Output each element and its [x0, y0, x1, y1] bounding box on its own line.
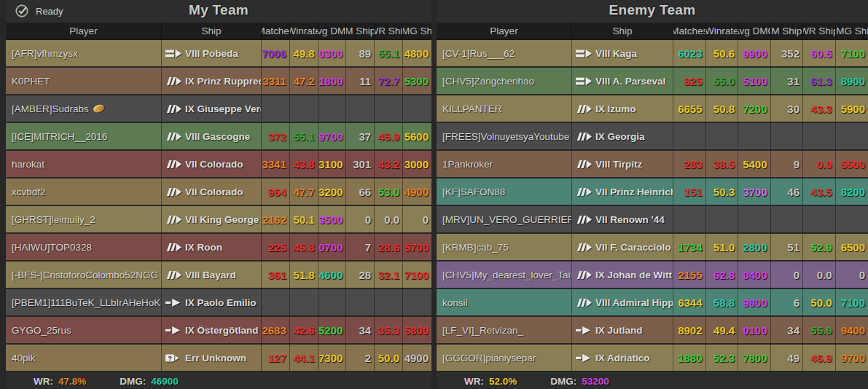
stat-winrate: 43.8: [290, 151, 318, 177]
stat-wr-ship: 50.0: [803, 289, 836, 315]
column-header-ship[interactable]: Ship: [572, 23, 673, 39]
stat-wr-ship: 53.0: [375, 178, 403, 205]
player-cell: GYGO_25rus: [6, 317, 162, 343]
player-cell: [KRMB]cab_75: [437, 234, 572, 260]
ship-cell: IX Giuseppe Verdi: [162, 95, 262, 122]
player-name: GYGO_25rus: [12, 325, 71, 336]
ship-cell: IX Östergötland: [162, 317, 262, 343]
stat-avg-dmg: 9900: [738, 40, 771, 66]
table-row[interactable]: 40pik ? Err Unknown 127 44.1 7300 2 50.0…: [6, 345, 431, 372]
stat-matches-ship: 31: [771, 68, 804, 94]
stat-dmg-ship: 5600: [403, 123, 431, 149]
ship-name: IX Östergötland: [185, 325, 259, 336]
column-header-wr-ship[interactable]: WR Ship: [375, 23, 403, 39]
stat-dmg-ship: 5900: [836, 95, 868, 122]
player-cell: 1Pankroker: [437, 151, 572, 177]
table-row[interactable]: [AFR]vfhmzysx VIII Pobeda 7006 49.8 0300…: [6, 40, 431, 68]
stat-matches-ship: 0: [346, 206, 375, 232]
stat-matches-ship: [346, 95, 375, 122]
column-header-player[interactable]: Player: [437, 23, 572, 39]
column-header-player[interactable]: Player: [6, 23, 162, 39]
cruiser-icon: [576, 299, 592, 307]
stat-matches-ship: [771, 123, 804, 149]
player-cell: [CV-1]Rus___62: [437, 40, 572, 66]
stat-avg-dmg: [738, 123, 771, 149]
table-row[interactable]: harokat VII Colorado 3341 43.8 3100 301 …: [6, 151, 431, 178]
column-header-dmg-ship[interactable]: DMG Ship: [836, 23, 868, 39]
stat-wr-ship: 43.5: [803, 178, 836, 205]
stat-avg-dmg: 1800: [318, 68, 347, 94]
stat-wr-ship: 61.3: [803, 68, 836, 94]
table-row[interactable]: [-BFS-]CristoforoColombo52NGG VIII Bayar…: [6, 262, 431, 289]
stat-winrate: [290, 289, 318, 315]
stat-dmg-ship: 7100: [836, 289, 868, 315]
stat-avg-dmg: 3700: [738, 178, 771, 205]
ship-name: VII Renown '44: [595, 214, 665, 225]
column-header-winrate[interactable]: Winrate: [290, 23, 318, 39]
table-row[interactable]: KILLPANTER IX Izumo 6655 50.8 7200 30 43…: [437, 95, 868, 123]
column-header-matches[interactable]: Matches: [262, 23, 290, 39]
table-row[interactable]: [HAIWU]TOP0328 IX Roon 225 45.8 0700 7 2…: [6, 234, 431, 262]
stat-avg-dmg: 5400: [738, 151, 771, 177]
column-header-m-ship[interactable]: M Ship: [346, 23, 375, 39]
player-cell: [KF]SAFON88: [437, 178, 572, 205]
battleship-icon: [165, 216, 181, 224]
destroyer-icon: [165, 326, 181, 334]
battleship-icon: [576, 160, 592, 168]
column-header-ship[interactable]: Ship: [162, 23, 262, 39]
column-header-dmg-ship[interactable]: DMG Ship: [403, 23, 431, 39]
unknown-ship-icon: ?: [165, 354, 181, 362]
stat-wr-ship: 52.9: [803, 234, 836, 260]
stat-dmg-ship: [836, 206, 868, 232]
table-row[interactable]: [FREES]VolnuyetsyaYoutube IX Georgia: [437, 123, 868, 151]
stat-dmg-ship: 9400: [836, 317, 868, 343]
table-row[interactable]: xcvbdf2 VII Colorado 964 47.7 3200 66 53…: [6, 178, 431, 206]
table-row[interactable]: [CV-1]Rus___62 VIII Kaga 6023 50.6 9900 …: [437, 40, 868, 68]
table-row[interactable]: konsil VIII Admiral Hipper 6344 58.8 980…: [437, 289, 868, 317]
stat-winrate: 49.8: [290, 40, 318, 66]
stat-matches: 127: [262, 345, 290, 371]
table-row[interactable]: GYGO_25rus IX Östergötland 2683 42.6 520…: [6, 317, 431, 345]
table-row[interactable]: [CHV5]Zangchenhao VIII A. Parseval 825 5…: [437, 68, 868, 95]
table-row[interactable]: [LF_VI]_Retvizan_ IX Jutland 8902 49.4 0…: [437, 317, 868, 345]
stat-matches: 6344: [673, 289, 706, 315]
column-header-avg-dmg[interactable]: Avg DMG: [318, 23, 347, 39]
table-row[interactable]: [GGGOR]pianiysepar IX Adriatico 1880 52.…: [437, 345, 868, 372]
stat-winrate: 45.8: [290, 234, 318, 260]
table-row[interactable]: 1Pankroker VIII Tirpitz 283 38.5 5400 9 …: [437, 151, 868, 178]
table-row[interactable]: [KRMB]cab_75 VII F. Caracciolo 1734 51.0…: [437, 234, 868, 262]
player-cell: [CHV5]My_dearest_lover_Taiho: [437, 262, 572, 288]
stat-dmg-ship: 0: [403, 206, 431, 232]
column-header-matches[interactable]: Matches: [673, 23, 706, 39]
column-header-wr-ship[interactable]: WR Ship: [803, 23, 836, 39]
ship-name: VII Colorado: [185, 186, 243, 197]
my-team-panel: Ready My Team Player Ship Matches Winrat…: [6, 0, 431, 389]
ship-name: VII King George V: [185, 214, 262, 225]
ship-cell: IX Izumo: [572, 95, 673, 122]
team-footer: WR: 47.8% DMG: 46900: [6, 372, 431, 389]
column-header-m-ship[interactable]: M Ship: [771, 23, 804, 39]
ship-name: Err Unknown: [185, 353, 246, 364]
stat-avg-dmg: 7200: [738, 95, 771, 122]
ship-cell: IX Roon: [162, 234, 262, 260]
table-row[interactable]: [MRV]UN_VERO_GUERRIERO VII Renown '44: [437, 206, 868, 234]
column-header-winrate[interactable]: Winrate: [706, 23, 739, 39]
column-header-avg-dmg[interactable]: Avg DMG: [738, 23, 771, 39]
stat-matches: [262, 95, 290, 122]
table-row[interactable]: K0PHET IX Prinz Rupprecht 3311 47.2 1800…: [6, 68, 431, 95]
stat-wr-ship: 72.7: [375, 68, 403, 94]
table-row[interactable]: [CHV5]My_dearest_lover_Taiho IX Johan de…: [437, 262, 868, 289]
table-row[interactable]: [PBEM1]111BuTeK_LLbIrAHeHoK111 IX Paolo …: [6, 289, 431, 317]
stat-matches-ship: 66: [346, 178, 375, 205]
stat-matches-ship: 34: [346, 317, 375, 343]
ship-cell: VIII Bayard: [162, 262, 262, 288]
player-name: K0PHET: [12, 76, 50, 87]
table-row[interactable]: [GHRST]leimuily_2 VII King George V 2162…: [6, 206, 431, 234]
player-cell: KILLPANTER: [437, 95, 572, 122]
table-row[interactable]: [ICE]MITRICH__2016 VIII Gascogne 372 55.…: [6, 123, 431, 151]
player-name: [FREES]VolnuyetsyaYoutube: [442, 131, 569, 142]
table-row[interactable]: [AMBER]Sudrabs IX Giuseppe Verdi: [6, 95, 431, 123]
player-cell: [HAIWU]TOP0328: [6, 234, 162, 260]
battleship-icon: [165, 160, 181, 168]
table-row[interactable]: [KF]SAFON88 VII Prinz Heinrich 151 50.3 …: [437, 178, 868, 206]
